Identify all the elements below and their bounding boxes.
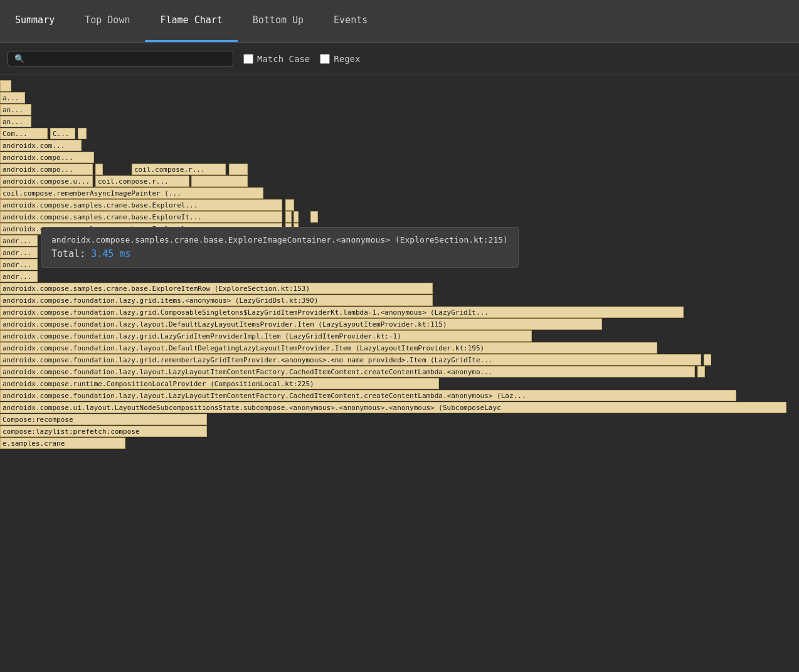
tooltip-title: androidx.compose.samples.crane.base.Expl… [51, 235, 508, 244]
flame-block[interactable]: androidx.compose.runtime.CompositionLoca… [0, 378, 439, 389]
flame-row: androidx.compose.ui.layout.LayoutNodeSub… [0, 402, 799, 413]
flame-block[interactable]: androidx.compose.foundation.lazy.layout.… [0, 318, 602, 330]
flame-block[interactable]: androidx.compo... [0, 164, 93, 175]
flame-block[interactable]: andr... [0, 247, 38, 258]
tab-flame-chart[interactable]: Flame Chart [145, 0, 237, 42]
flame-row: androidx.com... [0, 140, 799, 151]
flame-block[interactable]: androidx.compose.foundation.lazy.grid.La… [0, 330, 532, 342]
regex-label[interactable]: Regex [320, 54, 360, 64]
tab-top-down[interactable]: Top Down [70, 0, 145, 42]
flame-row: compose:lazylist:prefetch:compose [0, 426, 799, 437]
flame-row: androidx.compose.u...coil.compose.r... [0, 176, 799, 187]
flame-row: an... [0, 104, 799, 115]
flame-row: androidx.compo... [0, 152, 799, 163]
flame-block[interactable] [285, 211, 292, 223]
flame-block[interactable]: andr... [0, 271, 38, 282]
flame-row: androidx.compose.foundation.lazy.grid.Co… [0, 307, 799, 318]
flame-block[interactable] [285, 199, 294, 211]
flame-block[interactable] [704, 354, 711, 365]
flame-block[interactable]: coil.compose.r... [132, 164, 226, 175]
regex-checkbox[interactable] [320, 54, 330, 64]
flame-block[interactable] [310, 211, 318, 223]
flame-block[interactable]: androidx.compose.foundation.lazy.layout.… [0, 342, 657, 354]
flame-block[interactable]: androidx.compose.foundation.lazy.grid.Co… [0, 307, 684, 318]
flame-row: andr... [0, 271, 799, 282]
flame-block[interactable]: androidx.compose.foundation.lazy.grid.re… [0, 354, 701, 365]
flame-row: androidx.compose.foundation.lazy.layout.… [0, 342, 799, 354]
flame-area[interactable]: a...an...an...Com...C...androidx.com...a… [0, 75, 799, 672]
flame-block[interactable]: androidx.compose.u... [0, 176, 93, 187]
flame-block[interactable] [78, 128, 87, 139]
flame-block[interactable]: a... [0, 92, 25, 103]
flame-block[interactable]: andr... [0, 259, 38, 270]
flame-row: androidx.compose.samples.crane.base.Expl… [0, 211, 799, 223]
flame-block[interactable] [0, 80, 11, 92]
search-icon: 🔍 [14, 54, 24, 63]
flame-block[interactable]: androidx.com... [0, 140, 82, 151]
flame-block[interactable]: an... [0, 104, 31, 115]
flame-block[interactable]: coil.compose.r... [95, 176, 189, 187]
flame-block[interactable]: e.samples.crane [0, 438, 125, 449]
flame-row: androidx.compose.foundation.lazy.grid.La… [0, 330, 799, 342]
tooltip-total: Total: 3.45 ms [51, 248, 508, 260]
flame-row: androidx.compose.foundation.lazy.layout.… [0, 390, 799, 401]
match-case-label[interactable]: Match Case [243, 54, 310, 64]
flame-row [0, 80, 799, 92]
flame-block[interactable]: Com... [0, 128, 48, 139]
flame-block[interactable]: androidx.compo... [0, 152, 94, 163]
match-case-checkbox[interactable] [243, 54, 253, 64]
search-input[interactable] [28, 54, 226, 63]
flame-block[interactable]: androidx.compose.samples.crane.base.Expl… [0, 283, 433, 294]
flame-block[interactable]: androidx.compose.foundation.lazy.layout.… [0, 390, 736, 401]
flame-block[interactable]: androidx.compose.foundation.lazy.layout.… [0, 366, 695, 377]
flame-block[interactable]: androidx.compose.ui.layout.LayoutNodeSub… [0, 402, 786, 413]
flame-row: androidx.compose.foundation.lazy.grid.it… [0, 295, 799, 306]
search-bar: 🔍 Match Case Regex [0, 43, 799, 75]
regex-text: Regex [334, 54, 360, 64]
flame-row: a... [0, 92, 799, 103]
flame-block[interactable] [229, 164, 248, 175]
flame-block[interactable]: androidx.compose.samples.crane.base.Expl… [0, 211, 282, 223]
flame-block[interactable] [294, 211, 299, 223]
tab-events[interactable]: Events [319, 0, 383, 42]
flame-row: coil.compose.rememberAsyncImagePainter (… [0, 187, 799, 199]
flame-block[interactable]: compose:lazylist:prefetch:compose [0, 426, 207, 437]
flame-row: androidx.compose.foundation.lazy.grid.re… [0, 354, 799, 365]
flame-row: androidx.compose.foundation.lazy.layout.… [0, 318, 799, 330]
flame-block[interactable]: androidx.compose.foundation.lazy.grid.it… [0, 295, 433, 306]
tab-bar: Summary Top Down Flame Chart Bottom Up E… [0, 0, 799, 43]
flame-row: androidx.compose.foundation.lazy.layout.… [0, 366, 799, 377]
match-case-text: Match Case [257, 54, 310, 64]
flame-block[interactable]: C... [50, 128, 75, 139]
flame-row: androidx.compose.runtime.CompositionLoca… [0, 378, 799, 389]
tab-bottom-up[interactable]: Bottom Up [238, 0, 319, 42]
flame-block[interactable]: androidx.compose.samples.crane.base.Expl… [0, 199, 282, 211]
flame-block[interactable]: Compose:recompose [0, 414, 207, 425]
flame-block[interactable] [697, 366, 705, 377]
flame-row: androidx.compose.samples.crane.base.Expl… [0, 283, 799, 294]
flame-row: androidx.compo...coil.compose.r... [0, 164, 799, 175]
flame-block[interactable]: coil.compose.rememberAsyncImagePainter (… [0, 187, 263, 199]
flame-block[interactable] [95, 164, 103, 175]
search-input-wrapper[interactable]: 🔍 [8, 51, 233, 66]
flame-tooltip: androidx.compose.samples.crane.base.Expl… [41, 227, 519, 268]
flame-row: androidx.compose.samples.crane.base.Expl… [0, 199, 799, 211]
flame-block[interactable] [191, 176, 248, 187]
flame-row: Compose:recompose [0, 414, 799, 425]
tab-summary[interactable]: Summary [0, 0, 70, 42]
flame-row: Com...C... [0, 128, 799, 139]
flame-block[interactable]: andr... [0, 235, 38, 246]
flame-row: an... [0, 116, 799, 127]
flame-block[interactable]: an... [0, 116, 31, 127]
flame-row: e.samples.crane [0, 438, 799, 449]
